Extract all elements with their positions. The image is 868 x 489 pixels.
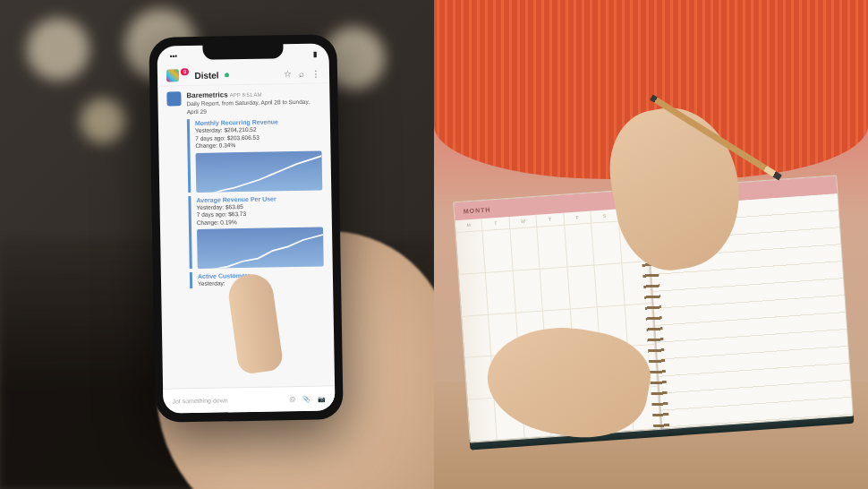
calendar-cell [483, 229, 514, 273]
notification-badge: 9 [181, 68, 189, 75]
metric-week-label: 7 days ago: [197, 211, 227, 219]
more-icon: ⋮ [311, 68, 320, 78]
calendar-cell [486, 271, 516, 315]
photo-left-phone: ••• ▮ 9 Distel ☆ ⌕ ⋮ Baremetrics [0, 0, 434, 489]
calendar-cell [538, 226, 568, 270]
calendar-cell [459, 273, 489, 317]
mention-icon: @ [289, 396, 295, 402]
slack-icon [166, 69, 179, 82]
calendar-cell [456, 231, 487, 275]
metric-block-arpu: Average Revenue Per User Yesterday: $63.… [188, 193, 323, 269]
search-icon: ⌕ [299, 68, 304, 78]
bokeh-light [27, 18, 89, 81]
mrr-chart [196, 150, 323, 192]
metric-yesterday-label: Yesterday: [197, 203, 225, 210]
calendar-cell [514, 269, 544, 313]
metric-change-value: 0.34% [219, 142, 236, 148]
status-signal-icon: ••• [170, 52, 178, 60]
compose-bar: Jot something down @ 📎 📷 [163, 385, 335, 413]
calendar-cell [468, 399, 498, 442]
calendar-cell [510, 227, 540, 271]
metric-yesterday-value: $63.85 [226, 203, 243, 210]
metric-change-label: Change: [195, 142, 217, 149]
metric-week-value: $63.73 [228, 210, 246, 217]
photo-right-planner: MONTH M T W T F S S [434, 0, 868, 489]
app-avatar [166, 91, 181, 106]
star-icon: ☆ [284, 69, 292, 79]
metric-change-label: Change: [197, 219, 219, 225]
attach-icon: 📎 [302, 395, 311, 402]
workspace-name: Distel [194, 70, 218, 80]
camera-icon: 📷 [318, 395, 326, 402]
calendar-cell [595, 263, 625, 307]
app-header: 9 Distel ☆ ⌕ ⋮ [157, 63, 329, 86]
post-time: 8:51 AM [243, 92, 262, 98]
post-author: Baremetrics [186, 90, 227, 99]
calendar-cell [540, 267, 571, 311]
metric-yesterday-label: Yesterday: [195, 127, 223, 134]
calendar-cell [567, 265, 598, 309]
calendar-cell [462, 314, 492, 358]
calendar-cell [565, 224, 595, 268]
post-body: Daily Report, from Saturday, April 28 to… [187, 99, 321, 116]
presence-dot-icon [225, 73, 229, 77]
metric-yesterday-label: Yesterday: [198, 280, 226, 287]
metric-week-label: 7 days ago: [195, 134, 226, 142]
message-post: Baremetrics APP 8:51 AM Daily Report, fr… [157, 83, 333, 297]
metric-block-mrr: Monthly Recurring Revenue Yesterday: $20… [187, 117, 322, 193]
post-app-tag: APP [230, 92, 241, 98]
status-battery-icon: ▮ [313, 49, 317, 57]
metric-change-value: 0.19% [220, 219, 237, 225]
metric-week-value: $203,606.53 [227, 134, 260, 142]
calendar-cell [591, 221, 622, 265]
bokeh-light [81, 99, 125, 143]
month-label: MONTH [464, 206, 491, 214]
arpu-chart [197, 227, 324, 269]
phone-notch [202, 42, 283, 60]
compose-placeholder: Jot something down [172, 397, 227, 404]
metric-yesterday-value: $204,210.52 [224, 126, 256, 133]
